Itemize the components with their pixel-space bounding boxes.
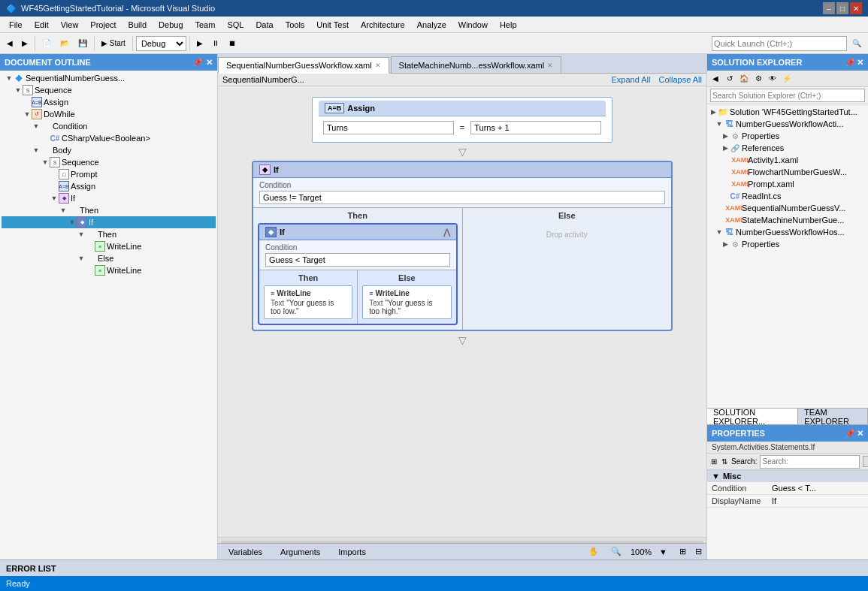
tree-node-sequence1[interactable]: ▼ S Sequence (2, 84, 216, 96)
if-inner-collapse[interactable]: ⋀ (443, 228, 450, 237)
se-tab-team[interactable]: TEAM EXPLORER (798, 409, 868, 424)
doc-outline-close[interactable]: ✕ (206, 58, 213, 68)
config-dropdown[interactable]: Debug Release (136, 36, 186, 51)
menu-project[interactable]: Project (84, 19, 122, 31)
se-expand-props2[interactable]: ▶ (721, 240, 730, 248)
props-grid-btn[interactable]: ⊞ (710, 455, 718, 469)
minimize-button[interactable]: – (823, 2, 835, 14)
menu-unittest[interactable]: Unit Test (310, 19, 355, 31)
expand-all-button[interactable]: Expand All (611, 75, 650, 84)
menu-view[interactable]: View (55, 19, 85, 31)
pan-icon[interactable]: ✋ (588, 547, 599, 556)
props-pin[interactable]: 📌 (845, 429, 855, 439)
zoom-dropdown[interactable]: ▼ (659, 547, 667, 556)
save-button[interactable]: 💾 (74, 35, 91, 52)
prop-value-condition[interactable]: Guess < T... (767, 482, 868, 495)
se-back-btn[interactable]: ◀ (709, 72, 722, 86)
menu-edit[interactable]: Edit (29, 19, 55, 31)
se-filter-btn[interactable]: ⚡ (780, 72, 794, 86)
prop-value-displayname[interactable]: If (767, 495, 868, 508)
tab-statemachine[interactable]: StateMachineNumb...essWorkflow.xaml ✕ (391, 56, 562, 73)
tab-statemachine-close[interactable]: ✕ (547, 62, 553, 69)
se-expand-refs[interactable]: ▶ (721, 144, 730, 152)
tree-node-csvalue[interactable]: C# CSharpValue<Boolean> (2, 132, 216, 144)
tree-node-dowhile[interactable]: ▼ ↺ DoWhile (2, 108, 216, 120)
props-close[interactable]: ✕ (857, 429, 863, 439)
assign-val-input[interactable] (470, 121, 601, 134)
tree-node-writeline2[interactable]: ≡ WriteLine (2, 264, 216, 276)
pause-button[interactable]: ⏸ (208, 35, 223, 52)
se-home-btn[interactable]: 🏠 (737, 72, 751, 86)
se-expand-proj1[interactable]: ▼ (715, 120, 724, 128)
expand-icon-seq1[interactable]: ▼ (14, 86, 23, 95)
se-node-readint[interactable]: C# ReadInt.cs (709, 190, 866, 202)
fit-page-icon[interactable]: ⊞ (679, 547, 686, 556)
forward-button[interactable]: ▶ (18, 35, 32, 52)
props-sort-btn[interactable]: ⇅ (721, 455, 728, 469)
expand-icon-root[interactable]: ▼ (5, 74, 14, 83)
se-node-sequential[interactable]: XAML SequentialNumberGuessV... (709, 202, 866, 214)
expand-icon-body[interactable]: ▼ (32, 146, 41, 155)
tree-node-prompt[interactable]: □ Prompt (2, 168, 216, 180)
open-button[interactable]: 📂 (56, 35, 73, 52)
expand-icon-if-inner[interactable]: ▼ (68, 218, 77, 227)
menu-analyze[interactable]: Analyze (411, 19, 452, 31)
se-preview-btn[interactable]: 👁 (766, 72, 779, 86)
tab-variables[interactable]: Variables (222, 546, 268, 558)
se-node-prompt[interactable]: XAML Prompt.xaml (709, 178, 866, 190)
expand-icon-dowhile[interactable]: ▼ (23, 110, 32, 119)
se-node-flowchart[interactable]: XAML FlowchartNumberGuesW... (709, 166, 866, 178)
quick-launch[interactable] (712, 36, 847, 51)
se-expand-proj2[interactable]: ▼ (715, 228, 724, 236)
tree-node-sequence2[interactable]: ▼ S Sequence (2, 156, 216, 168)
new-button[interactable]: 📄 (38, 35, 55, 52)
expand-icon-misc[interactable]: ▼ (712, 472, 720, 481)
menu-data[interactable]: Data (250, 19, 279, 31)
tree-node-if-outer[interactable]: ▼ ◆ If (2, 192, 216, 204)
expand-icon-seq2[interactable]: ▼ (41, 158, 50, 167)
tab-sequential-close[interactable]: ✕ (375, 62, 381, 69)
error-list-bar[interactable]: ERROR LIST (0, 559, 868, 576)
expand-icon-then2[interactable]: ▼ (77, 230, 86, 239)
props-search-input[interactable] (760, 455, 860, 469)
stop-button[interactable]: ⏹ (225, 35, 240, 52)
menu-file[interactable]: File (3, 19, 29, 31)
tab-sequential[interactable]: SequentialNumberGuessWorkflow.xaml ✕ (218, 57, 389, 74)
back-button[interactable]: ◀ (3, 35, 17, 52)
start-button[interactable]: ▶ Start (98, 35, 129, 52)
tree-node-assign2[interactable]: A=B Assign (2, 180, 216, 192)
se-node-refs[interactable]: ▶ 🔗 References (709, 142, 866, 154)
tree-node-root[interactable]: ▼ 🔷 SequentialNumberGuess... (2, 72, 216, 84)
h-scrollbar[interactable] (218, 537, 706, 543)
tab-imports[interactable]: Imports (332, 546, 372, 558)
doc-outline-pin[interactable]: 📌 (192, 58, 203, 68)
tree-node-assign1[interactable]: A=B Assign (2, 96, 216, 108)
expand-icon-if-outer[interactable]: ▼ (50, 194, 59, 203)
if-outer-condition-input[interactable] (259, 191, 665, 204)
maximize-button[interactable]: □ (836, 2, 848, 14)
tree-node-then1[interactable]: ▼ Then (2, 204, 216, 216)
tab-arguments[interactable]: Arguments (274, 546, 326, 558)
tree-node-condition[interactable]: ▼ Condition (2, 120, 216, 132)
se-node-props1[interactable]: ▶ ⚙ Properties (709, 130, 866, 142)
se-pin[interactable]: 📌 (845, 58, 855, 68)
se-tab-solution[interactable]: SOLUTION EXPLORER... (707, 409, 798, 424)
se-expand-props1[interactable]: ▶ (721, 132, 730, 140)
se-node-props2[interactable]: ▶ ⚙ Properties (709, 238, 866, 250)
tree-node-if-inner[interactable]: ▼ ◆ If (2, 216, 216, 228)
expand-icon-then1[interactable]: ▼ (59, 206, 68, 215)
menu-sql[interactable]: SQL (221, 19, 250, 31)
menu-team[interactable]: Team (189, 19, 222, 31)
se-prop-btn[interactable]: ⚙ (752, 72, 765, 86)
se-search-input[interactable] (710, 89, 865, 102)
if-inner-condition-input[interactable] (265, 253, 450, 267)
assign-var-input[interactable] (323, 121, 454, 134)
tree-node-else1[interactable]: ▼ Else (2, 252, 216, 264)
expand-icon-else1[interactable]: ▼ (77, 254, 86, 263)
tree-node-then2[interactable]: ▼ Then (2, 228, 216, 240)
menu-tools[interactable]: Tools (280, 19, 311, 31)
run-button[interactable]: ▶ (193, 35, 207, 52)
expand-icon-cond[interactable]: ▼ (32, 122, 41, 131)
drop-zone-else[interactable]: Drop activity (466, 223, 669, 246)
menu-help[interactable]: Help (494, 19, 523, 31)
